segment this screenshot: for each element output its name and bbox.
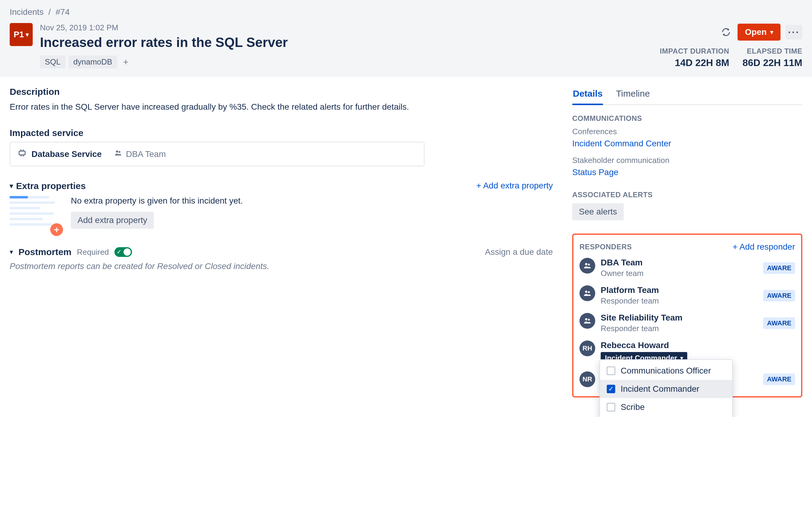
team-avatar-icon — [579, 286, 595, 301]
communications-section: COMMUNICATIONS Conferences Incident Comm… — [572, 114, 802, 177]
postmortem-section: ▾ Postmortem Required ✓ Assign a due dat… — [10, 247, 553, 271]
role-option-label: Scribe — [621, 402, 644, 412]
responder-name: Site Reliability Team — [601, 313, 758, 323]
user-avatar: RH — [579, 341, 595, 356]
role-option-label: Incident Commander — [621, 384, 699, 394]
incident-timestamp: Nov 25, 2019 1:02 PM — [40, 23, 802, 32]
responders-heading: RESPONDERS — [579, 243, 632, 251]
add-responder-link[interactable]: + Add responder — [733, 242, 795, 252]
svg-point-8 — [588, 319, 590, 321]
required-label: Required — [77, 247, 109, 257]
team-avatar-icon — [579, 258, 595, 274]
refresh-icon[interactable] — [719, 25, 733, 39]
conferences-label: Conferences — [572, 127, 802, 136]
team-icon — [114, 149, 122, 159]
responder-name: Platform Team — [601, 286, 758, 295]
responders-section: RESPONDERS + Add responder DBA Team Owne… — [572, 234, 802, 398]
add-tag-button[interactable]: + — [120, 56, 132, 69]
add-extra-property-button[interactable]: Add extra property — [71, 212, 154, 229]
role-dropdown: Communications Officer ✓ Incident Comman… — [600, 359, 733, 417]
breadcrumb: Incidents / #74 — [10, 7, 802, 17]
postmortem-heading: Postmortem — [19, 247, 71, 257]
communications-heading: COMMUNICATIONS — [572, 114, 802, 123]
no-properties-message: No extra property is given for this inci… — [71, 196, 243, 206]
svg-rect-0 — [19, 151, 25, 155]
see-alerts-button[interactable]: See alerts — [572, 203, 624, 220]
more-actions-button[interactable]: ··· — [785, 25, 802, 39]
impacted-service-section: Impacted service Database Service DBA Te… — [10, 128, 553, 166]
aware-badge: AWARE — [763, 262, 795, 274]
properties-illustration: + — [10, 196, 61, 232]
responder-row[interactable]: Site Reliability Team Responder team AWA… — [579, 313, 795, 333]
aware-badge: AWARE — [763, 290, 795, 301]
user-avatar: NR — [579, 372, 595, 387]
tab-timeline[interactable]: Timeline — [615, 87, 650, 104]
duration-block: IMPACT DURATION 14D 22H 8M ELAPSED TIME … — [660, 47, 802, 69]
impact-duration-label: IMPACT DURATION — [660, 47, 729, 55]
status-button[interactable]: Open ▾ — [737, 24, 781, 40]
role-option[interactable]: Scribe — [600, 398, 732, 416]
breadcrumb-root[interactable]: Incidents — [10, 7, 44, 17]
check-icon: ✓ — [117, 248, 122, 255]
priority-badge[interactable]: P1 ▾ — [10, 23, 33, 46]
description-text: Error rates in the SQL Server have incre… — [10, 101, 553, 113]
svg-point-4 — [588, 264, 590, 265]
svg-point-2 — [119, 151, 120, 153]
checkbox-icon — [607, 367, 615, 375]
description-heading: Description — [10, 87, 553, 97]
conference-link[interactable]: Incident Command Center — [572, 139, 802, 148]
add-extra-property-link[interactable]: + Add extra property — [476, 181, 553, 191]
responder-name: DBA Team — [601, 258, 758, 268]
extra-properties-heading: Extra properties — [16, 181, 86, 191]
aware-badge: AWARE — [763, 318, 795, 329]
chevron-down-icon[interactable]: ▾ — [10, 248, 13, 256]
elapsed-time-value: 86D 22H 11M — [743, 57, 802, 69]
checkbox-icon — [607, 403, 615, 411]
tab-details[interactable]: Details — [572, 87, 603, 104]
service-name: Database Service — [31, 150, 102, 159]
aware-badge: AWARE — [763, 374, 795, 385]
chevron-down-icon: ▾ — [26, 31, 29, 38]
elapsed-time-label: ELAPSED TIME — [743, 47, 802, 55]
svg-point-1 — [116, 151, 118, 153]
svg-point-3 — [585, 263, 588, 265]
chevron-down-icon[interactable]: ▾ — [10, 182, 13, 190]
team-avatar-icon — [579, 313, 595, 329]
postmortem-required-toggle[interactable]: ✓ — [114, 247, 132, 257]
role-option[interactable]: Subject Matter Expert — [600, 416, 732, 417]
responder-name: Rebecca Howard — [601, 341, 795, 350]
side-tabs: Details Timeline — [572, 87, 802, 105]
description-section: Description Error rates in the SQL Serve… — [10, 87, 553, 113]
svg-point-5 — [585, 291, 588, 293]
breadcrumb-id: #74 — [55, 7, 70, 17]
postmortem-note: Postmortem reports can be created for Re… — [10, 262, 553, 271]
svg-point-7 — [585, 318, 588, 321]
extra-properties-section: ▾ Extra properties + Add extra property … — [10, 181, 553, 232]
priority-label: P1 — [13, 30, 24, 39]
status-button-label: Open — [745, 27, 766, 37]
responder-row[interactable]: RH Rebecca Howard Incident Commander ▾ — [579, 341, 795, 364]
page-header: Incidents / #74 P1 ▾ Nov 25, 2019 1:02 P… — [0, 0, 812, 77]
impact-duration-value: 14D 22H 8M — [660, 57, 729, 69]
impacted-service-heading: Impacted service — [10, 128, 553, 138]
team-name: DBA Team — [126, 150, 166, 159]
tag[interactable]: SQL — [40, 55, 65, 69]
role-option-label: Communications Officer — [621, 366, 711, 376]
chevron-down-icon: ▾ — [770, 28, 773, 36]
tag[interactable]: dynamoDB — [68, 55, 117, 69]
responder-row[interactable]: Platform Team Responder team AWARE — [579, 286, 795, 306]
role-option[interactable]: ✓ Incident Commander — [600, 380, 732, 398]
service-icon — [18, 148, 27, 160]
checkbox-checked-icon: ✓ — [607, 385, 615, 393]
associated-alerts-section: ASSOCIATED ALERTS See alerts — [572, 191, 802, 220]
service-card[interactable]: Database Service DBA Team — [10, 142, 425, 166]
stakeholder-link[interactable]: Status Page — [572, 167, 802, 177]
responder-role: Responder team — [601, 324, 758, 333]
plus-icon: + — [50, 223, 63, 236]
svg-point-6 — [588, 291, 590, 293]
assign-due-date-link[interactable]: Assign a due date — [485, 247, 553, 257]
responder-role: Owner team — [601, 269, 758, 278]
role-option[interactable]: Communications Officer — [600, 362, 732, 380]
responder-row[interactable]: DBA Team Owner team AWARE — [579, 258, 795, 278]
associated-alerts-heading: ASSOCIATED ALERTS — [572, 191, 802, 199]
